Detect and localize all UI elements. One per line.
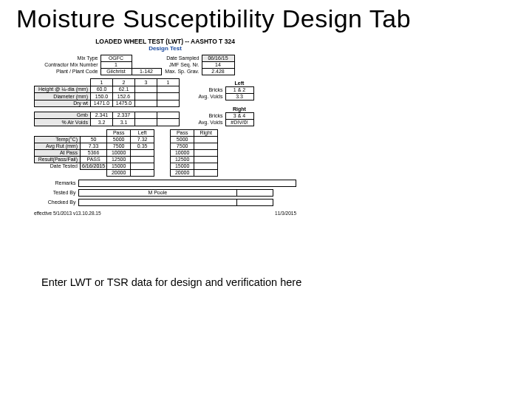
avg-rut-value: 7.33 xyxy=(81,143,107,149)
sample-table: 1 2 3 1 Height @ ¼-dia (mm) 60.0 62.1 Di… xyxy=(34,78,180,126)
gmb-3 xyxy=(135,112,157,119)
diameter-3 xyxy=(135,93,157,100)
height-1: 60.0 xyxy=(91,86,113,93)
drywt-4 xyxy=(157,100,180,107)
air-voids-4 xyxy=(157,119,180,126)
footer-right: 11/3/2015 xyxy=(275,211,296,216)
passes-table: Pass Left Pass Right Temp(°C) 50 5000 7.… xyxy=(34,129,218,177)
checked-by-label: Checked By xyxy=(34,199,78,205)
form-header-1: LOADED WHEEL TEST (LWT) -- AASHTO T 324 xyxy=(34,38,296,45)
date-sampled-value: 06/16/15 xyxy=(202,55,234,62)
checked-by-value xyxy=(78,199,236,205)
right-avg-voids-label: Avg. Voids xyxy=(193,119,225,126)
right-10000 xyxy=(194,149,218,156)
temp-label: Temp(°C) xyxy=(35,136,81,143)
max-sp-gr-label: Max. Sp. Grav. xyxy=(161,69,202,75)
pass-l-7500: 7500 xyxy=(107,143,131,149)
air-voids-3 xyxy=(135,119,157,126)
left-section: Left xyxy=(225,80,253,86)
right-5000 xyxy=(194,136,218,143)
slide-title: Moisture Susceptibility Design Tab xyxy=(16,4,532,33)
pass-l-15000: 15000 xyxy=(107,163,131,169)
gmb-4 xyxy=(157,112,180,119)
diameter-2: 152.6 xyxy=(113,93,135,100)
right-bricks-label: Bricks xyxy=(193,112,225,119)
signature-table: Remarks Tested By M Poole Checked By xyxy=(34,180,296,206)
left-avg-voids-label: Avg. Voids xyxy=(193,93,225,100)
jmf-seq-value: 14 xyxy=(202,62,234,69)
left-12500 xyxy=(131,156,154,163)
right-12500 xyxy=(194,156,218,163)
pass-r-10000: 10000 xyxy=(171,149,194,156)
height-2: 62.1 xyxy=(113,86,135,93)
result-value: PASS xyxy=(81,156,107,163)
lwt-form-image: LOADED WHEEL TEST (LWT) -- AASHTO T 324 … xyxy=(34,38,296,216)
date-tested-value: 6/16/2015 xyxy=(81,163,107,169)
left-20000 xyxy=(131,169,154,176)
max-sp-gr-value: 2.428 xyxy=(202,69,234,75)
pass-l-12500: 12500 xyxy=(107,156,131,163)
left-avg-voids-value: 3.3 xyxy=(225,93,253,100)
contractor-mix-label: Contractor Mix Number xyxy=(34,62,100,69)
pass-r-15000: 15000 xyxy=(171,163,194,169)
slide-caption: Enter LWT or TSR data for design and ver… xyxy=(41,276,301,288)
pass-r-12500: 12500 xyxy=(171,156,194,163)
diameter-1: 150.0 xyxy=(91,93,113,100)
at-pass-label: At Pass xyxy=(35,149,81,156)
pass-r-5000: 5000 xyxy=(171,136,194,143)
form-header-2: Design Test xyxy=(34,46,296,52)
gmb-label: Gmb xyxy=(35,112,91,119)
air-voids-1: 3.2 xyxy=(91,119,113,126)
drywt-3 xyxy=(135,100,157,107)
left-7500: 0.35 xyxy=(131,143,154,149)
tested-by-label: Tested By xyxy=(34,189,78,196)
left-10000 xyxy=(131,149,154,156)
height-4 xyxy=(157,86,180,93)
col-2: 2 xyxy=(113,79,135,86)
at-pass-value: 5366 xyxy=(81,149,107,156)
gmb-2: 2.337 xyxy=(113,112,135,119)
form-footer: effective 5/1/2013 v13.10.28.15 11/3/201… xyxy=(34,211,296,216)
right-section: Right xyxy=(225,106,253,112)
air-voids-2: 3.1 xyxy=(113,119,135,126)
remarks-label: Remarks xyxy=(34,180,78,186)
avg-rut-label: Avg Rut (mm) xyxy=(35,143,81,149)
plant-code-value: 1-142 xyxy=(132,69,161,75)
col-3: 3 xyxy=(135,79,157,86)
right-15000 xyxy=(194,163,218,169)
right-bricks-value: 3 & 4 xyxy=(225,112,253,119)
gmb-1: 2.341 xyxy=(91,112,113,119)
drywt-2: 1475.0 xyxy=(113,100,135,107)
temp-value: 50 xyxy=(81,136,107,143)
drywt-1: 1471.0 xyxy=(91,100,113,107)
mix-type-label: Mix Type xyxy=(34,55,100,62)
passes-h1: Pass xyxy=(107,129,131,136)
drywt-label: Dry wt xyxy=(35,100,91,107)
pass-l-10000: 10000 xyxy=(107,149,131,156)
diameter-4 xyxy=(157,93,180,100)
col-4: 1 xyxy=(157,79,180,86)
pass-r-7500: 7500 xyxy=(171,143,194,149)
height-label: Height @ ¼-dia (mm) xyxy=(35,86,91,93)
diameter-label: Diameter (mm) xyxy=(35,93,91,100)
mix-type-value: OGFC xyxy=(100,55,132,62)
air-voids-label: % Air Voids xyxy=(35,119,91,126)
contractor-mix-value: 1 xyxy=(100,62,132,69)
remarks-value xyxy=(78,180,296,186)
left-bricks-label: Bricks xyxy=(193,86,225,93)
footer-left: effective 5/1/2013 v13.10.28.15 xyxy=(34,211,101,216)
pass-l-5000: 5000 xyxy=(107,136,131,143)
pass-r-20000: 20000 xyxy=(171,169,194,176)
passes-h3: Pass xyxy=(171,129,194,136)
plant-label: Plant / Plant Code xyxy=(34,69,100,75)
right-20000 xyxy=(194,169,218,176)
col-1: 1 xyxy=(91,79,113,86)
left-5000: 7.32 xyxy=(131,136,154,143)
passes-h2: Left xyxy=(131,129,154,136)
left-right-table: Left Bricks 1 & 2 Avg. Voids 3.3 Right B… xyxy=(193,80,254,126)
height-3 xyxy=(135,86,157,93)
right-7500 xyxy=(194,143,218,149)
passes-h4: Right xyxy=(194,129,218,136)
date-sampled-label: Date Sampled xyxy=(161,55,202,62)
pass-l-20000: 20000 xyxy=(107,169,131,176)
